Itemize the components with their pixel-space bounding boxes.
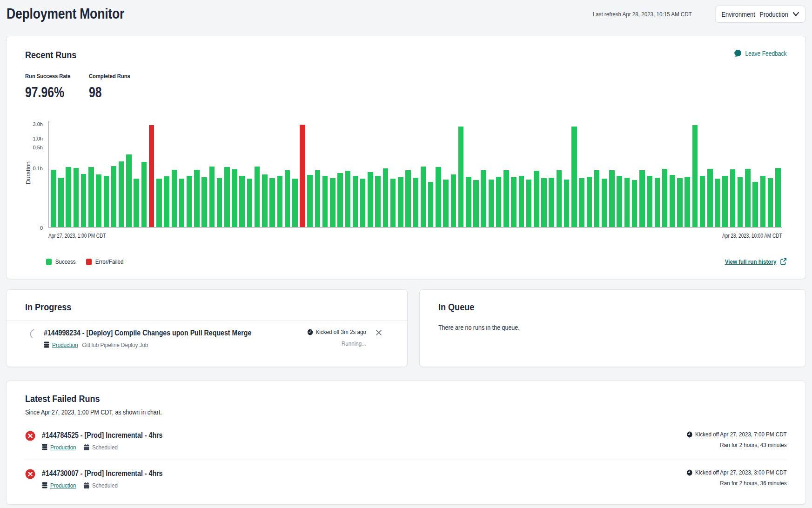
run-bar-success[interactable] <box>587 177 592 227</box>
run-bar-success[interactable] <box>473 180 479 227</box>
run-bar-success[interactable] <box>519 176 524 227</box>
run-bar-success[interactable] <box>322 176 328 227</box>
run-bar-success[interactable] <box>700 176 705 227</box>
run-bar-success[interactable] <box>421 167 426 227</box>
run-bar-success[interactable] <box>315 170 321 227</box>
run-bar-success[interactable] <box>74 168 79 227</box>
run-bar-success[interactable] <box>126 154 132 227</box>
run-bar-success[interactable] <box>436 167 441 227</box>
run-bar-success[interactable] <box>526 180 532 227</box>
run-bar-success[interactable] <box>201 177 207 227</box>
run-bar-success[interactable] <box>541 178 547 227</box>
run-bar-success[interactable] <box>428 182 434 227</box>
run-bar-success[interactable] <box>164 176 169 227</box>
run-bar-success[interactable] <box>119 161 124 227</box>
run-bar-success[interactable] <box>715 179 720 227</box>
view-full-run-history-link[interactable]: View full run history <box>725 258 787 266</box>
run-bar-success[interactable] <box>745 169 751 227</box>
run-bar-success[interactable] <box>337 173 343 227</box>
run-bar-success[interactable] <box>443 180 449 227</box>
run-bar-success[interactable] <box>503 170 509 227</box>
run-bar-success[interactable] <box>481 170 486 227</box>
run-bar-success[interactable] <box>330 178 336 227</box>
run-bar-success[interactable] <box>390 179 396 227</box>
run-bar-success[interactable] <box>58 178 64 227</box>
run-bar-success[interactable] <box>684 177 690 227</box>
run-bar-success[interactable] <box>768 178 773 227</box>
run-bar-success[interactable] <box>564 180 570 227</box>
run-bar-success[interactable] <box>466 177 471 227</box>
run-bar-success[interactable] <box>632 180 638 227</box>
run-bar-success[interactable] <box>549 178 554 227</box>
run-bar-success[interactable] <box>81 174 87 227</box>
run-bar-success[interactable] <box>609 170 615 227</box>
run-bar-success[interactable] <box>255 167 260 227</box>
run-bar-success[interactable] <box>383 168 389 227</box>
run-bar-success[interactable] <box>775 168 781 227</box>
run-bar-success[interactable] <box>134 179 139 227</box>
run-bar-success[interactable] <box>707 169 713 227</box>
run-bar-success[interactable] <box>617 176 622 227</box>
run-bar-success[interactable] <box>375 176 381 227</box>
run-bar-success[interactable] <box>639 170 645 227</box>
run-bar-success[interactable] <box>224 167 230 227</box>
run-bar-success[interactable] <box>217 178 222 227</box>
run-bar-success[interactable] <box>496 177 502 227</box>
run-bar-success[interactable] <box>285 170 290 227</box>
run-bar-success[interactable] <box>670 175 675 227</box>
run-bar-failed[interactable] <box>149 125 154 227</box>
run-bar-success[interactable] <box>579 178 584 227</box>
run-bar-success[interactable] <box>677 178 683 227</box>
run-bar-success[interactable] <box>662 169 668 227</box>
run-bar-success[interactable] <box>594 170 600 227</box>
environment-link[interactable]: Production <box>50 444 76 451</box>
run-bar-success[interactable] <box>368 172 373 227</box>
run-bar-success[interactable] <box>104 176 109 227</box>
run-bar-success[interactable] <box>571 127 577 227</box>
run-bar-success[interactable] <box>489 180 494 227</box>
run-bar-success[interactable] <box>156 179 162 227</box>
environment-dropdown[interactable]: Environment Production <box>715 6 805 23</box>
environment-link[interactable]: Production <box>50 482 76 489</box>
run-bar-success[interactable] <box>624 178 630 227</box>
run-bar-success[interactable] <box>722 176 728 227</box>
run-bar-success[interactable] <box>172 170 177 227</box>
run-bar-success[interactable] <box>655 178 660 227</box>
run-bar-success[interactable] <box>451 174 456 227</box>
run-bar-success[interactable] <box>239 176 245 227</box>
run-bar-success[interactable] <box>111 166 117 227</box>
run-bar-success[interactable] <box>307 175 313 227</box>
run-bar-success[interactable] <box>232 169 237 227</box>
run-bar-success[interactable] <box>209 167 215 227</box>
run-bar-success[interactable] <box>292 179 298 227</box>
run-bar-failed[interactable] <box>300 125 305 227</box>
run-bar-success[interactable] <box>752 182 758 227</box>
run-bar-success[interactable] <box>730 169 736 227</box>
run-bar-success[interactable] <box>557 170 562 227</box>
run-bar-success[interactable] <box>141 162 147 227</box>
run-bar-success[interactable] <box>458 127 464 227</box>
run-bar-success[interactable] <box>760 176 766 227</box>
run-bar-success[interactable] <box>692 125 698 227</box>
run-bar-success[interactable] <box>179 179 185 227</box>
run-bar-success[interactable] <box>66 167 71 227</box>
leave-feedback-button[interactable]: Leave Feedback <box>734 49 787 58</box>
environment-link[interactable]: Production <box>52 341 78 348</box>
close-icon[interactable] <box>376 329 382 336</box>
run-bar-success[interactable] <box>345 171 351 227</box>
run-bar-success[interactable] <box>194 170 200 227</box>
run-bar-success[interactable] <box>96 174 101 227</box>
run-bar-success[interactable] <box>405 170 411 227</box>
run-bar-success[interactable] <box>262 174 268 227</box>
run-bar-success[interactable] <box>353 176 358 227</box>
run-bar-success[interactable] <box>398 177 403 227</box>
run-bar-success[interactable] <box>187 176 192 227</box>
run-bar-success[interactable] <box>413 178 419 227</box>
run-bar-success[interactable] <box>360 179 366 227</box>
run-bar-success[interactable] <box>88 167 94 227</box>
run-bar-success[interactable] <box>647 176 652 227</box>
run-bar-success[interactable] <box>511 177 517 227</box>
run-bar-success[interactable] <box>534 171 539 227</box>
run-bar-success[interactable] <box>247 179 253 227</box>
run-bar-success[interactable] <box>269 178 275 227</box>
